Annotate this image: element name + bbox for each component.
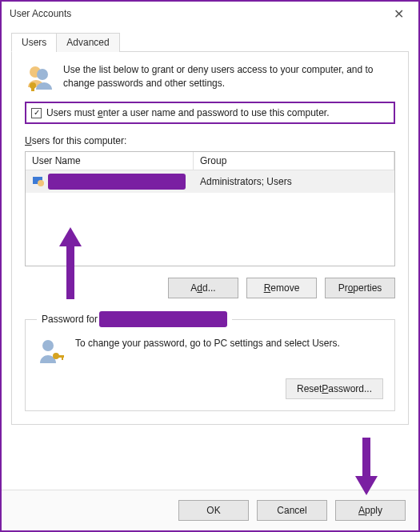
svg-point-5 — [38, 180, 44, 186]
dialog-footer: OK Cancel Apply — [2, 490, 418, 530]
svg-point-1 — [37, 69, 48, 80]
reset-password-button: Reset Password... — [286, 378, 383, 399]
properties-button[interactable]: Properties — [325, 278, 395, 298]
column-username[interactable]: User Name — [26, 152, 194, 170]
user-buttons: Add... Remove Properties — [25, 278, 395, 298]
svg-rect-3 — [31, 85, 34, 91]
svg-point-6 — [42, 340, 54, 351]
redacted-username — [48, 174, 186, 190]
column-group[interactable]: Group — [194, 152, 394, 170]
window-title: User Accounts — [10, 8, 383, 19]
checkbox-icon — [31, 108, 42, 118]
cancel-button[interactable]: Cancel — [257, 500, 327, 521]
user-name-cell — [26, 170, 194, 193]
redacted-username — [99, 311, 227, 327]
user-group-cell: Administrators; Users — [194, 173, 394, 190]
titlebar: User Accounts ✕ — [2, 2, 418, 26]
remove-button: Remove — [246, 278, 317, 298]
tab-strip: Users Advanced — [11, 32, 409, 52]
user-key-icon — [37, 337, 66, 366]
close-icon[interactable]: ✕ — [383, 2, 414, 25]
list-header: User Name Group — [26, 152, 394, 170]
intro-row: Use the list below to grant or deny user… — [25, 63, 395, 92]
content: Users Advanced Use the list below to gra… — [2, 26, 418, 434]
intro-text: Use the list below to grant or deny user… — [63, 63, 395, 92]
ok-button[interactable]: OK — [178, 500, 249, 521]
tab-users[interactable]: Users — [11, 33, 57, 52]
users-panel: Use the list below to grant or deny user… — [11, 52, 409, 425]
annotation-arrow-down — [355, 438, 378, 495]
users-list: User Name Group Administrators; Users — [25, 151, 395, 266]
password-fieldset: Password for To change your password, go… — [25, 311, 395, 411]
require-login-checkbox[interactable]: Users must enter a user name and passwor… — [25, 102, 395, 124]
add-button[interactable]: Add... — [168, 278, 238, 298]
password-legend: Password for — [37, 311, 232, 327]
apply-button[interactable]: Apply — [335, 500, 406, 521]
tab-advanced[interactable]: Advanced — [56, 33, 119, 52]
user-account-icon — [32, 174, 45, 190]
password-text: To change your password, go to PC settin… — [75, 337, 340, 366]
users-list-label: Users for this computer: — [25, 135, 395, 146]
svg-rect-9 — [62, 355, 63, 360]
user-row[interactable]: Administrators; Users — [26, 170, 394, 193]
checkbox-label: Users must enter a user name and passwor… — [46, 107, 330, 118]
users-icon — [25, 63, 54, 92]
